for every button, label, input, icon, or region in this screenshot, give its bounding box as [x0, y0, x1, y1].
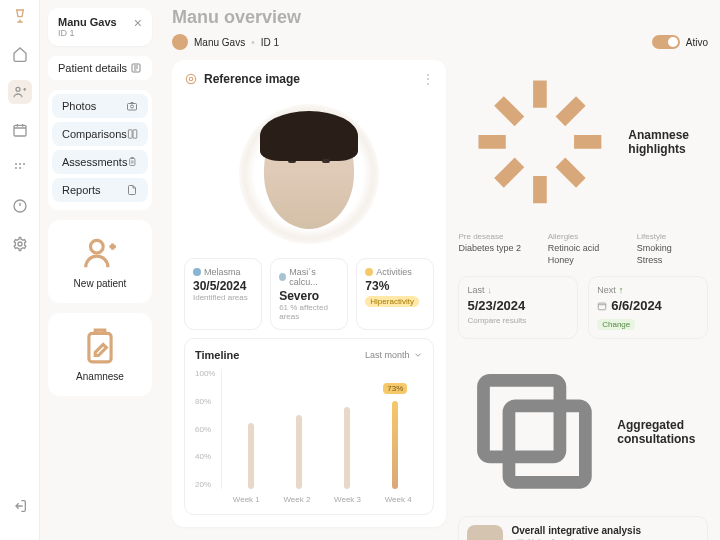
- consultations-section: Aggregated consultations Overall integra…: [458, 355, 708, 540]
- details-icon: [130, 62, 142, 74]
- svg-point-0: [16, 87, 20, 91]
- settings-icon[interactable]: [8, 232, 32, 256]
- chart-bars: 73%: [221, 369, 423, 489]
- sidebar-item-photos[interactable]: Photos: [52, 94, 148, 118]
- anamnese-predisease: Pre deseaseDiabetes type 2: [458, 232, 529, 266]
- sidebar-sublist: Photos Comparisons Assessments Reports: [48, 90, 152, 210]
- anamnese-lifestyle: LifestyleSmokingStress: [637, 232, 708, 266]
- chart-yaxis: 100%80%60%40%20%: [195, 369, 221, 489]
- nav-rail: [0, 0, 40, 540]
- anamnese-allergies: AllergiesRetinoic acidHoney: [548, 232, 619, 266]
- patient-chip: Manu Gavs ID 1 ×: [48, 8, 152, 46]
- logout-icon[interactable]: [8, 494, 32, 518]
- chart-bar[interactable]: [344, 407, 350, 489]
- chart-bar[interactable]: [248, 423, 254, 489]
- svg-point-2: [15, 163, 17, 165]
- breadcrumb: Manu Gavs • ID 1: [172, 34, 279, 50]
- chart-xaxis: Week 1Week 2Week 3Week 4: [195, 495, 423, 504]
- stat-masi[interactable]: Masi´s calcu... Severo 61 % affected are…: [270, 258, 348, 330]
- patient-id: ID 1: [58, 28, 117, 38]
- timeline-chart: Timeline Last month 100%80%60%40%20% 73%…: [184, 338, 434, 515]
- stat-activities[interactable]: Activities 73% Hiperactivity: [356, 258, 434, 330]
- sparkle-icon: [458, 60, 622, 224]
- clipboard-edit-icon: [81, 327, 119, 365]
- sidebar-item-reports[interactable]: Reports: [52, 178, 148, 202]
- svg-rect-19: [598, 303, 606, 310]
- calendar-small-icon: [597, 301, 607, 311]
- sidebar: Manu Gavs ID 1 × Patient details Photos …: [40, 0, 160, 540]
- svg-point-4: [23, 163, 25, 165]
- add-user-icon: [81, 234, 119, 272]
- sidebar-item-details[interactable]: Patient details: [48, 56, 152, 80]
- status-toggle-wrap: Ativo: [652, 35, 708, 49]
- more-icon[interactable]: ⋮: [422, 72, 434, 86]
- svg-point-5: [15, 167, 17, 169]
- avatar: [172, 34, 188, 50]
- chart-bar[interactable]: 73%: [392, 401, 398, 489]
- logo-icon: [8, 4, 32, 28]
- sidebar-item-assessments[interactable]: Assessments: [52, 150, 148, 174]
- status-toggle[interactable]: [652, 35, 680, 49]
- target-icon: [184, 72, 198, 86]
- camera-icon: [126, 100, 138, 112]
- close-icon[interactable]: ×: [134, 16, 142, 30]
- page-title: Manu overview: [172, 7, 301, 28]
- reference-image-card: Reference image ⋮ Melasma 30/5/2024 Iden…: [172, 60, 446, 527]
- arrow-down-icon: ↓: [487, 285, 492, 295]
- home-icon[interactable]: [8, 42, 32, 66]
- svg-rect-13: [133, 130, 137, 138]
- anamnese-tile[interactable]: Anamnese: [48, 313, 152, 396]
- stat-melasma[interactable]: Melasma 30/5/2024 Identified areas: [184, 258, 262, 330]
- layers-icon: [458, 355, 611, 508]
- svg-rect-21: [509, 406, 585, 482]
- main: Manu overview Manu Gavs • ID 1 Ativo Ref…: [160, 0, 720, 540]
- reference-image: [184, 94, 434, 258]
- last-date-box[interactable]: Last↓ 5/23/2024 Compare results: [458, 276, 578, 339]
- svg-rect-12: [128, 130, 132, 138]
- patients-icon[interactable]: [8, 80, 32, 104]
- arrow-up-icon: ↑: [619, 285, 624, 295]
- alert-icon[interactable]: [8, 194, 32, 218]
- apps-icon[interactable]: [8, 156, 32, 180]
- file-icon: [126, 184, 138, 196]
- avatar: [467, 525, 503, 540]
- consultation-item[interactable]: Overall integrative analysis with Helen …: [458, 516, 708, 540]
- svg-rect-10: [128, 104, 137, 111]
- chevron-right-icon: ›: [695, 536, 699, 540]
- chevron-down-icon: [413, 350, 423, 360]
- svg-point-18: [189, 77, 193, 81]
- patient-name: Manu Gavs: [58, 16, 117, 28]
- calendar-icon[interactable]: [8, 118, 32, 142]
- compare-icon: [127, 128, 138, 140]
- clipboard-icon: [127, 156, 138, 168]
- new-patient-tile[interactable]: New patient: [48, 220, 152, 303]
- svg-rect-14: [130, 158, 135, 165]
- topbar: Manu overview: [172, 0, 708, 34]
- svg-point-3: [19, 163, 21, 165]
- svg-point-17: [186, 74, 195, 83]
- timeline-range-select[interactable]: Last month: [365, 350, 424, 360]
- svg-rect-1: [14, 125, 26, 136]
- stats-row: Melasma 30/5/2024 Identified areas Masi´…: [184, 258, 434, 330]
- svg-point-11: [131, 105, 134, 108]
- sidebar-item-comparisons[interactable]: Comparisons: [52, 122, 148, 146]
- svg-point-15: [91, 240, 104, 253]
- svg-point-8: [18, 242, 22, 246]
- chart-bar[interactable]: [296, 415, 302, 489]
- anamnese-section: Anamnese highlights Pre deseaseDiabetes …: [458, 60, 708, 339]
- svg-point-6: [19, 167, 21, 169]
- next-date-box[interactable]: Next↑ 6/6/2024 Change: [588, 276, 708, 339]
- svg-rect-20: [484, 381, 560, 457]
